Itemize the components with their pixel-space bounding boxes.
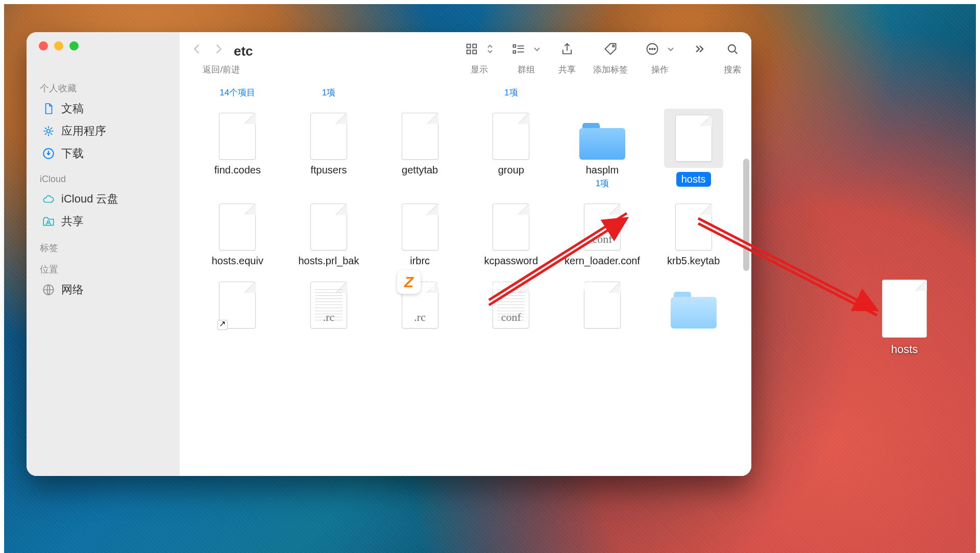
file-thumb: [212, 199, 263, 250]
back-button[interactable]: [190, 42, 204, 58]
file-item[interactable]: ftpusers: [283, 109, 375, 189]
document-icon: [42, 102, 55, 116]
file-subtitle: 1项: [596, 178, 609, 189]
forward-button[interactable]: [211, 42, 226, 58]
sidebar-item-label: iCloud 云盘: [61, 191, 118, 207]
file-icon: [882, 280, 927, 338]
file-thumb: [395, 109, 446, 160]
file-item[interactable]: device.json: [374, 87, 465, 98]
sidebar-item-documents[interactable]: 文稿: [36, 97, 170, 120]
action-button[interactable]: [645, 42, 659, 58]
svg-rect-5: [473, 44, 476, 48]
fullscreen-button[interactable]: [69, 41, 79, 51]
chevron-down-icon[interactable]: [667, 45, 675, 55]
file-grid-container: cups14个项目defaults1项device.jsonemond.d1项e…: [180, 87, 751, 476]
sidebar-item-label: 共享: [61, 214, 84, 229]
file-item[interactable]: conf: [465, 278, 557, 333]
sidebar-item-network[interactable]: 网络: [36, 279, 170, 301]
group-button[interactable]: [511, 42, 526, 58]
file-thumb: .rc: [303, 278, 354, 329]
svg-rect-9: [513, 51, 516, 54]
tags-button[interactable]: [603, 42, 618, 58]
file-item[interactable]: gettytab: [374, 109, 465, 189]
sidebar-item-icloud-drive[interactable]: iCloud 云盘: [36, 188, 170, 210]
file-item[interactable]: .rc: [374, 278, 465, 333]
file-item[interactable]: kcpassword: [465, 199, 557, 267]
file-item[interactable]: [557, 278, 648, 333]
file-name: kcpassword: [484, 255, 538, 267]
minimize-button[interactable]: [54, 41, 63, 51]
file-item[interactable]: exports.adsk: [648, 87, 739, 98]
close-button[interactable]: [39, 41, 48, 51]
sidebar-item-shared[interactable]: 共享: [36, 210, 170, 233]
file-item[interactable]: hosts.prl_bak: [283, 199, 375, 267]
file-item[interactable]: [648, 278, 739, 333]
file-thumb: .rc: [395, 278, 446, 329]
file-thumb: conf: [577, 199, 628, 250]
file-icon: [219, 204, 256, 250]
sidebar-heading-favorites: 个人收藏: [40, 82, 170, 94]
file-name: kern_loader.conf: [565, 255, 640, 267]
more-button[interactable]: [692, 42, 706, 58]
sidebar-heading-tags: 标签: [40, 242, 170, 254]
file-item[interactable]: emond.d1项: [465, 87, 557, 98]
share-button[interactable]: [560, 42, 574, 58]
file-item[interactable]: krb5.keytab: [648, 199, 739, 267]
chevron-down-icon[interactable]: [533, 45, 541, 55]
file-subtitle: 14个项目: [219, 87, 255, 98]
file-item[interactable]: hosts.equiv: [192, 199, 283, 267]
file-item[interactable]: exports: [557, 87, 648, 98]
file-thumb: [303, 109, 354, 160]
scrollbar-thumb[interactable]: [743, 159, 749, 271]
file-icon: .rc: [310, 282, 347, 329]
file-icon: conf: [584, 204, 621, 250]
file-thumb: conf: [485, 278, 536, 329]
file-thumb: [668, 199, 719, 250]
finder-main: etc 返回/前进 显示 群组: [180, 32, 751, 476]
file-item[interactable]: hosts: [648, 109, 739, 189]
shared-folder-icon: [42, 214, 55, 229]
file-name: krb5.keytab: [667, 255, 720, 267]
file-thumb: [212, 109, 263, 160]
sidebar-item-downloads[interactable]: 下载: [36, 142, 170, 165]
file-item[interactable]: defaults1项: [283, 87, 375, 98]
file-name: hasplm: [586, 164, 619, 177]
file-item[interactable]: ↗: [192, 278, 283, 333]
sidebar-item-label: 下载: [61, 146, 84, 161]
file-item[interactable]: irbrc: [374, 199, 465, 267]
file-icon: [675, 115, 712, 162]
sidebar-item-applications[interactable]: 应用程序: [36, 120, 170, 142]
file-icon: [493, 113, 529, 160]
file-item[interactable]: cups14个项目: [192, 87, 283, 98]
toolbar-label-search: 搜索: [724, 64, 741, 76]
toolbar-label-action: 操作: [651, 64, 669, 76]
file-item[interactable]: hasplm1项: [557, 109, 648, 189]
chevron-updown-icon[interactable]: [486, 43, 494, 57]
window-title: etc: [234, 43, 253, 59]
file-item[interactable]: confkern_loader.conf: [557, 199, 648, 267]
desktop-file-hosts[interactable]: hosts: [882, 280, 927, 356]
folder-icon: [579, 123, 625, 160]
network-icon: [42, 283, 55, 297]
file-item[interactable]: group: [465, 109, 557, 189]
file-item[interactable]: .rc: [283, 278, 375, 333]
svg-point-14: [654, 48, 655, 49]
svg-point-12: [649, 48, 650, 49]
file-name: hosts.prl_bak: [299, 255, 359, 267]
toolbar-label-tags: 添加标签: [593, 64, 628, 76]
file-item[interactable]: find.codes: [192, 109, 283, 189]
toolbar-label-group: 群组: [518, 64, 535, 76]
file-thumb: [668, 278, 719, 329]
file-icon: [310, 204, 347, 250]
svg-point-15: [728, 45, 736, 52]
search-button[interactable]: [725, 42, 740, 58]
toolbar-label-view: 显示: [471, 64, 488, 76]
file-name: ftpusers: [310, 164, 347, 177]
toolbar-label-more: [698, 64, 701, 74]
sidebar-heading-locations: 位置: [40, 263, 170, 275]
view-mode-button[interactable]: [464, 42, 479, 58]
file-icon: [402, 113, 438, 160]
file-icon: [310, 113, 347, 160]
svg-rect-7: [473, 50, 476, 54]
folder-icon: [671, 292, 717, 329]
